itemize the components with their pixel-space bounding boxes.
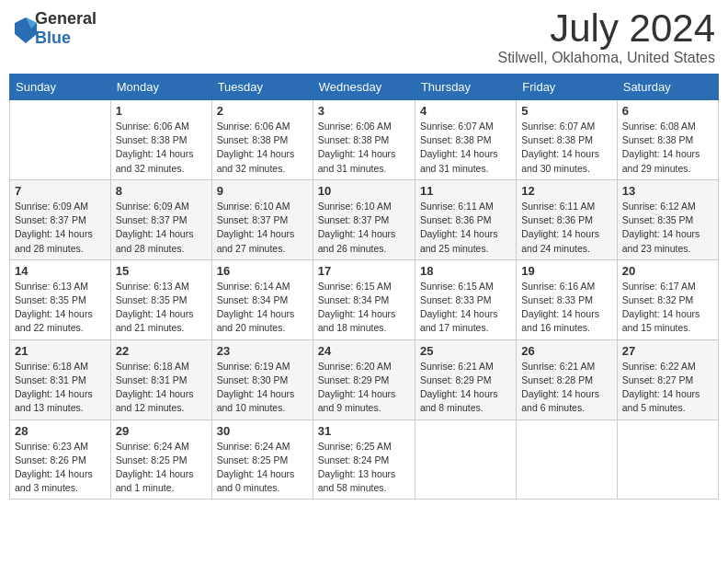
- day-number: 27: [622, 344, 713, 358]
- logo-text: General Blue: [35, 9, 97, 48]
- day-detail: Sunrise: 6:08 AM Sunset: 8:38 PM Dayligh…: [622, 120, 713, 176]
- day-detail: Sunrise: 6:13 AM Sunset: 8:35 PM Dayligh…: [15, 280, 106, 336]
- calendar-cell: 5Sunrise: 6:07 AM Sunset: 8:38 PM Daylig…: [517, 100, 617, 180]
- day-detail: Sunrise: 6:13 AM Sunset: 8:35 PM Dayligh…: [116, 280, 207, 336]
- calendar-week-row: 14Sunrise: 6:13 AM Sunset: 8:35 PM Dayli…: [10, 259, 719, 339]
- calendar-cell: 1Sunrise: 6:06 AM Sunset: 8:38 PM Daylig…: [110, 100, 211, 180]
- month-title: July 2024: [497, 9, 715, 48]
- day-detail: Sunrise: 6:19 AM Sunset: 8:30 PM Dayligh…: [217, 360, 308, 416]
- day-detail: Sunrise: 6:18 AM Sunset: 8:31 PM Dayligh…: [116, 360, 207, 416]
- location-subtitle: Stilwell, Oklahoma, United States: [497, 50, 715, 66]
- calendar-cell: 28Sunrise: 6:23 AM Sunset: 8:26 PM Dayli…: [10, 419, 111, 500]
- calendar-week-row: 28Sunrise: 6:23 AM Sunset: 8:26 PM Dayli…: [10, 419, 719, 500]
- day-number: 19: [521, 264, 611, 278]
- day-number: 17: [318, 264, 410, 278]
- calendar-week-row: 7Sunrise: 6:09 AM Sunset: 8:37 PM Daylig…: [10, 179, 719, 259]
- day-detail: Sunrise: 6:25 AM Sunset: 8:24 PM Dayligh…: [318, 440, 410, 496]
- day-number: 7: [15, 184, 106, 198]
- header-thursday: Thursday: [415, 75, 516, 100]
- day-detail: Sunrise: 6:07 AM Sunset: 8:38 PM Dayligh…: [420, 120, 511, 176]
- calendar-cell: 24Sunrise: 6:20 AM Sunset: 8:29 PM Dayli…: [313, 339, 415, 419]
- calendar-cell: 29Sunrise: 6:24 AM Sunset: 8:25 PM Dayli…: [110, 419, 211, 500]
- day-detail: Sunrise: 6:24 AM Sunset: 8:25 PM Dayligh…: [116, 440, 207, 496]
- calendar-cell: 23Sunrise: 6:19 AM Sunset: 8:30 PM Dayli…: [211, 339, 313, 419]
- calendar-cell: 2Sunrise: 6:06 AM Sunset: 8:38 PM Daylig…: [211, 100, 313, 180]
- day-detail: Sunrise: 6:06 AM Sunset: 8:38 PM Dayligh…: [116, 120, 207, 176]
- day-detail: Sunrise: 6:06 AM Sunset: 8:38 PM Dayligh…: [217, 120, 308, 176]
- day-number: 23: [217, 344, 308, 358]
- day-detail: Sunrise: 6:12 AM Sunset: 8:35 PM Dayligh…: [622, 200, 713, 256]
- calendar-cell: 4Sunrise: 6:07 AM Sunset: 8:38 PM Daylig…: [415, 100, 516, 180]
- calendar-cell: 15Sunrise: 6:13 AM Sunset: 8:35 PM Dayli…: [110, 259, 211, 339]
- day-number: 29: [116, 424, 207, 438]
- header-wednesday: Wednesday: [313, 75, 415, 100]
- day-number: 30: [217, 424, 308, 438]
- calendar-cell: 14Sunrise: 6:13 AM Sunset: 8:35 PM Dayli…: [10, 259, 111, 339]
- day-number: 6: [622, 104, 713, 118]
- calendar-cell: 31Sunrise: 6:25 AM Sunset: 8:24 PM Dayli…: [313, 419, 415, 500]
- day-detail: Sunrise: 6:09 AM Sunset: 8:37 PM Dayligh…: [116, 200, 207, 256]
- day-number: 4: [420, 104, 511, 118]
- logo-blue-label: Blue: [35, 29, 71, 47]
- day-detail: Sunrise: 6:16 AM Sunset: 8:33 PM Dayligh…: [521, 280, 611, 336]
- calendar-table: SundayMondayTuesdayWednesdayThursdayFrid…: [9, 74, 719, 500]
- day-number: 3: [318, 104, 410, 118]
- calendar-cell: 25Sunrise: 6:21 AM Sunset: 8:29 PM Dayli…: [415, 339, 516, 419]
- logo: General Blue: [13, 9, 97, 48]
- calendar-cell: 30Sunrise: 6:24 AM Sunset: 8:25 PM Dayli…: [211, 419, 313, 500]
- day-detail: Sunrise: 6:14 AM Sunset: 8:34 PM Dayligh…: [217, 280, 308, 336]
- calendar-week-row: 21Sunrise: 6:18 AM Sunset: 8:31 PM Dayli…: [10, 339, 719, 419]
- day-number: 25: [420, 344, 511, 358]
- day-detail: Sunrise: 6:20 AM Sunset: 8:29 PM Dayligh…: [318, 360, 410, 416]
- day-detail: Sunrise: 6:11 AM Sunset: 8:36 PM Dayligh…: [521, 200, 611, 256]
- calendar-cell: [617, 419, 718, 500]
- calendar-cell: 27Sunrise: 6:22 AM Sunset: 8:27 PM Dayli…: [617, 339, 718, 419]
- day-number: 31: [318, 424, 410, 438]
- day-number: 1: [116, 104, 207, 118]
- day-detail: Sunrise: 6:07 AM Sunset: 8:38 PM Dayligh…: [521, 120, 611, 176]
- day-number: 14: [15, 264, 106, 278]
- day-number: 9: [217, 184, 308, 198]
- calendar-cell: [10, 100, 111, 180]
- day-detail: Sunrise: 6:15 AM Sunset: 8:33 PM Dayligh…: [420, 280, 511, 336]
- day-detail: Sunrise: 6:24 AM Sunset: 8:25 PM Dayligh…: [217, 440, 308, 496]
- day-number: 8: [116, 184, 207, 198]
- calendar-cell: 20Sunrise: 6:17 AM Sunset: 8:32 PM Dayli…: [617, 259, 718, 339]
- day-detail: Sunrise: 6:18 AM Sunset: 8:31 PM Dayligh…: [15, 360, 106, 416]
- day-number: 22: [116, 344, 207, 358]
- calendar-cell: 13Sunrise: 6:12 AM Sunset: 8:35 PM Dayli…: [617, 179, 718, 259]
- calendar-cell: 3Sunrise: 6:06 AM Sunset: 8:38 PM Daylig…: [313, 100, 415, 180]
- day-number: 10: [318, 184, 410, 198]
- day-number: 15: [116, 264, 207, 278]
- logo-general-text: General: [35, 9, 97, 28]
- day-number: 20: [622, 264, 713, 278]
- calendar-cell: 21Sunrise: 6:18 AM Sunset: 8:31 PM Dayli…: [10, 339, 111, 419]
- day-number: 13: [622, 184, 713, 198]
- logo-blue-text: Blue: [35, 29, 97, 48]
- day-number: 2: [217, 104, 308, 118]
- title-section: July 2024 Stilwell, Oklahoma, United Sta…: [497, 9, 715, 66]
- calendar-cell: [415, 419, 516, 500]
- calendar-cell: [517, 419, 617, 500]
- day-number: 18: [420, 264, 511, 278]
- day-detail: Sunrise: 6:23 AM Sunset: 8:26 PM Dayligh…: [15, 440, 106, 496]
- logo-general: General: [35, 9, 97, 29]
- calendar-cell: 16Sunrise: 6:14 AM Sunset: 8:34 PM Dayli…: [211, 259, 313, 339]
- calendar-cell: 12Sunrise: 6:11 AM Sunset: 8:36 PM Dayli…: [517, 179, 617, 259]
- day-number: 12: [521, 184, 611, 198]
- logo-icon: [13, 16, 31, 41]
- day-detail: Sunrise: 6:15 AM Sunset: 8:34 PM Dayligh…: [318, 280, 410, 336]
- day-detail: Sunrise: 6:10 AM Sunset: 8:37 PM Dayligh…: [318, 200, 410, 256]
- calendar-cell: 18Sunrise: 6:15 AM Sunset: 8:33 PM Dayli…: [415, 259, 516, 339]
- day-detail: Sunrise: 6:21 AM Sunset: 8:28 PM Dayligh…: [521, 360, 611, 416]
- header-saturday: Saturday: [617, 75, 718, 100]
- day-number: 24: [318, 344, 410, 358]
- day-number: 11: [420, 184, 511, 198]
- day-number: 5: [521, 104, 611, 118]
- day-detail: Sunrise: 6:09 AM Sunset: 8:37 PM Dayligh…: [15, 200, 106, 256]
- calendar-cell: 7Sunrise: 6:09 AM Sunset: 8:37 PM Daylig…: [10, 179, 111, 259]
- calendar-cell: 8Sunrise: 6:09 AM Sunset: 8:37 PM Daylig…: [110, 179, 211, 259]
- header-sunday: Sunday: [10, 75, 111, 100]
- day-detail: Sunrise: 6:10 AM Sunset: 8:37 PM Dayligh…: [217, 200, 308, 256]
- calendar-cell: 22Sunrise: 6:18 AM Sunset: 8:31 PM Dayli…: [110, 339, 211, 419]
